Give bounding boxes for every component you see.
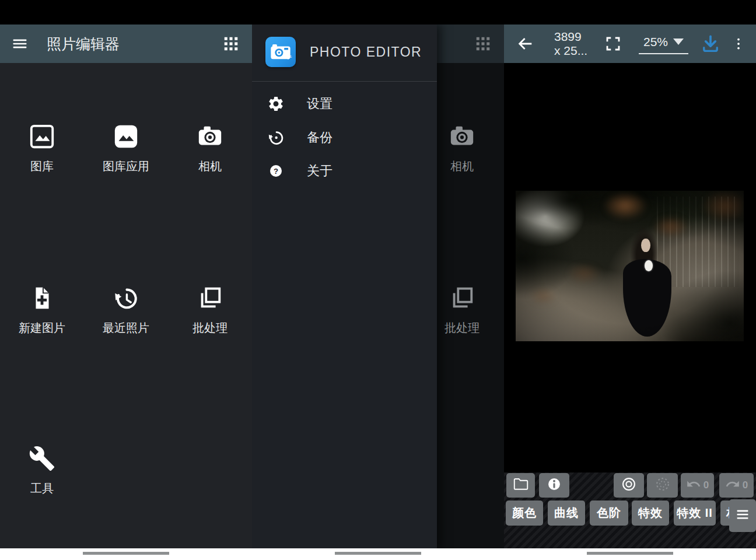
drawer-item-label: 关于 (307, 162, 332, 180)
drawer-header: ✂ PHOTO EDITOR (252, 24, 437, 67)
redo-button[interactable]: 0 (719, 473, 754, 498)
fullscreen-icon[interactable] (599, 30, 627, 58)
gallery-app-icon (113, 123, 139, 152)
tab-effects[interactable]: 特效 (632, 501, 669, 526)
screenshot-canvas: 照片编辑器 图库 图库应用 相机 (0, 0, 756, 560)
zoom-level-dropdown[interactable]: 25% (639, 34, 688, 54)
overflow-menu-icon[interactable] (724, 30, 752, 58)
help-circle-icon: ? (266, 162, 286, 180)
drawer-item-label: 备份 (307, 129, 332, 146)
batch-icon (449, 285, 475, 314)
status-bar (504, 0, 756, 24)
drawer-app-title: PHOTO EDITOR (310, 44, 422, 60)
backup-restore-icon (266, 129, 286, 146)
partial-effect-button[interactable] (647, 473, 678, 498)
recent-photos-icon (113, 285, 139, 314)
zoom-level-value: 25% (643, 35, 668, 49)
status-bar (252, 0, 504, 24)
editor-toolbar: 0 0 颜色 曲线 色阶 特效 特效 II 相 (504, 473, 756, 548)
tab-levels[interactable]: 色阶 (590, 501, 628, 526)
home-item-gallery-app[interactable]: 图库应用 (84, 123, 168, 174)
home-item-label: 最近照片 (103, 320, 149, 336)
home-item-gallery[interactable]: 图库 (0, 123, 84, 174)
tab-label: 颜色 (512, 505, 537, 521)
home-item-camera[interactable]: 相机 (168, 123, 252, 174)
drawer-item-backup[interactable]: 备份 (252, 121, 437, 155)
gallery-icon (29, 123, 55, 152)
home-screen: 照片编辑器 图库 图库应用 相机 (0, 0, 253, 548)
tab-label: 特效 II (677, 505, 713, 521)
photo-vignette (516, 191, 744, 341)
home-item-label: 新建图片 (19, 320, 65, 336)
svg-text:?: ? (274, 167, 278, 176)
radial-focus-button[interactable] (614, 473, 644, 498)
dimmed-item-label: 批处理 (444, 320, 480, 336)
home-item-label: 批处理 (192, 320, 228, 336)
drawer-screen: 相机 批处理 ✂ PHOTO EDITOR 设置 (252, 0, 505, 548)
info-button[interactable] (539, 473, 569, 498)
home-item-batch[interactable]: 批处理 (168, 285, 252, 336)
info-icon (544, 474, 564, 496)
hamburger-menu-icon[interactable] (6, 30, 34, 58)
tab-label: 曲线 (554, 505, 579, 521)
open-file-button[interactable] (506, 473, 535, 498)
hamburger-menu-icon (734, 506, 751, 526)
tab-label: 色阶 (597, 505, 621, 521)
tab-color[interactable]: 颜色 (506, 501, 543, 526)
camera-icon (449, 123, 475, 152)
dimmed-item-label: 相机 (450, 159, 474, 174)
home-item-tools[interactable]: 工具 (0, 445, 84, 496)
gear-icon (266, 95, 286, 113)
back-arrow-icon[interactable] (511, 30, 539, 58)
tab-curves[interactable]: 曲线 (548, 501, 585, 526)
drawer-divider (252, 81, 437, 82)
navigation-drawer: ✂ PHOTO EDITOR 设置 备份 ? (252, 24, 437, 548)
home-grid-row-1: 图库 图库应用 相机 (0, 123, 252, 174)
photo-canvas[interactable] (516, 191, 744, 341)
camera-icon (197, 123, 223, 152)
double-circle-icon (619, 474, 639, 496)
download-icon[interactable] (696, 30, 724, 58)
undo-icon (686, 477, 701, 494)
dashed-circle-icon (653, 474, 673, 496)
tab-label: 特效 (638, 505, 663, 521)
image-dimensions-label: 3899 x 25... (554, 30, 591, 58)
home-item-new-image[interactable]: 新建图片 (0, 285, 84, 336)
gesture-bar (335, 552, 421, 555)
editor-app-bar: 3899 x 25... 25% (504, 24, 756, 63)
drawer-item-settings[interactable]: 设置 (252, 87, 437, 121)
status-bar (0, 0, 252, 24)
apps-grid-icon-dimmed (469, 30, 497, 58)
home-item-label: 相机 (198, 159, 222, 174)
home-item-label: 图库应用 (103, 159, 149, 174)
undo-count: 0 (704, 480, 709, 491)
home-grid-row-3: 工具 (0, 445, 252, 496)
undo-button[interactable]: 0 (681, 473, 714, 498)
page-title: 照片编辑器 (47, 34, 120, 54)
batch-icon (197, 285, 223, 314)
redo-icon (725, 477, 740, 494)
editor-screen: 3899 x 25... 25% (504, 0, 756, 548)
new-image-icon (29, 285, 55, 314)
drawer-item-about[interactable]: ? 关于 (252, 154, 437, 188)
home-item-label: 工具 (30, 481, 54, 496)
chevron-down-icon (673, 38, 684, 45)
svg-text:✂: ✂ (285, 53, 293, 62)
wrench-icon (29, 445, 55, 474)
home-item-recent-photos[interactable]: 最近照片 (84, 285, 168, 336)
apps-grid-icon[interactable] (217, 30, 245, 58)
home-item-label: 图库 (30, 159, 54, 174)
gesture-bar (587, 552, 673, 555)
redo-count: 0 (743, 480, 748, 491)
drawer-item-label: 设置 (307, 95, 332, 113)
home-app-bar: 照片编辑器 (0, 24, 252, 63)
more-tabs-button[interactable] (729, 499, 756, 532)
camera-scissors-logo-icon: ✂ (265, 37, 296, 67)
tab-effects-2[interactable]: 特效 II (674, 501, 716, 526)
home-grid-row-2: 新建图片 最近照片 批处理 (0, 285, 252, 336)
folder-icon (512, 475, 530, 495)
gesture-bar (83, 552, 169, 555)
